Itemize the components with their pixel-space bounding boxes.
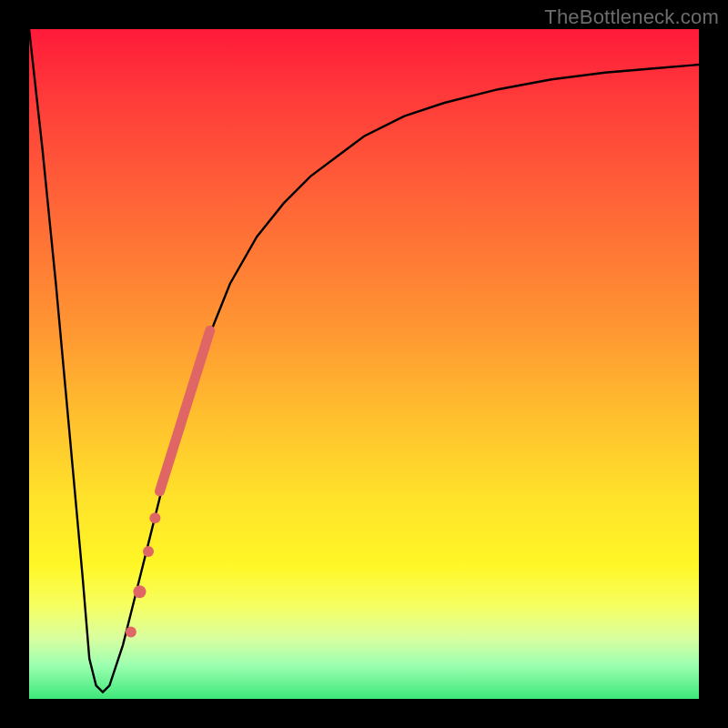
watermark-text: TheBottleneck.com [544, 5, 719, 29]
highlight-band [160, 330, 210, 491]
marker-layer [126, 330, 210, 637]
plot-area [29, 29, 699, 699]
dot-4 [126, 626, 136, 637]
bottleneck-curve [29, 29, 699, 693]
chart-frame: TheBottleneck.com [0, 0, 728, 728]
dot-1 [149, 512, 160, 523]
dot-2 [143, 546, 154, 557]
dot-3 [133, 585, 146, 598]
curve-layer [29, 29, 699, 699]
